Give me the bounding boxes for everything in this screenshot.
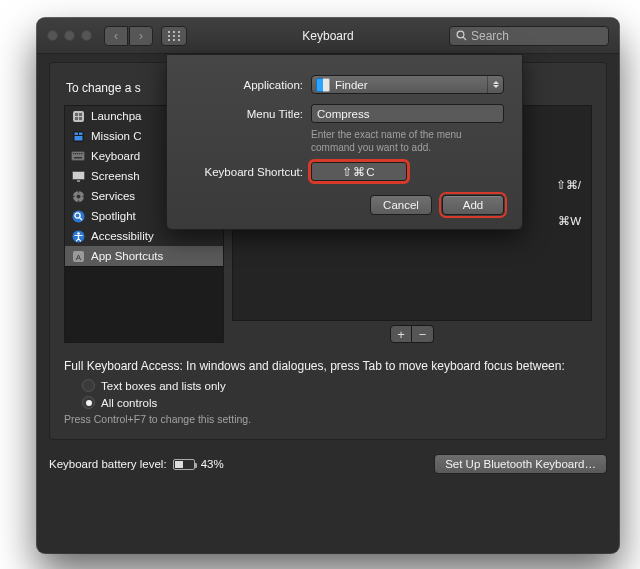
svg-rect-22 (75, 153, 76, 154)
svg-rect-25 (81, 153, 82, 154)
svg-rect-18 (79, 132, 83, 135)
svg-point-35 (72, 210, 84, 222)
accessibility-icon (71, 229, 85, 243)
search-placeholder: Search (471, 29, 509, 43)
svg-rect-0 (168, 31, 170, 33)
svg-point-30 (76, 194, 80, 198)
forward-button[interactable]: › (129, 26, 153, 46)
sidebar-item-label: Launchpa (91, 110, 142, 122)
svg-rect-6 (168, 39, 170, 41)
shortcut-row[interactable]: ⇧⌘/ (556, 178, 581, 192)
radio-all-controls[interactable]: All controls (82, 396, 592, 409)
grid-icon (168, 31, 180, 41)
svg-line-10 (463, 37, 466, 40)
sidebar-item-label: Services (91, 190, 135, 202)
radio-icon (82, 379, 95, 392)
popup-arrows-icon (487, 76, 503, 93)
svg-rect-23 (77, 153, 78, 154)
svg-rect-19 (74, 136, 82, 141)
full-keyboard-access-note: Press Control+F7 to change this setting. (64, 413, 592, 425)
preferences-window: ‹ › Keyboard Search To change a s (37, 18, 619, 553)
battery-percent: 43% (201, 458, 224, 470)
svg-rect-2 (178, 31, 180, 33)
svg-rect-3 (168, 35, 170, 37)
svg-rect-14 (75, 117, 78, 120)
svg-rect-28 (77, 180, 80, 182)
list-empty-area (65, 266, 223, 342)
keyboard-shortcut-label: Keyboard Shortcut: (185, 166, 303, 178)
spotlight-icon (71, 209, 85, 223)
finder-icon (316, 78, 330, 92)
remove-shortcut-button[interactable]: − (412, 325, 434, 343)
search-field[interactable]: Search (449, 26, 609, 46)
application-popup[interactable]: Finder (311, 75, 504, 94)
minimize-window-button[interactable] (64, 30, 75, 41)
show-all-button[interactable] (161, 26, 187, 46)
add-remove-segment: + − (232, 325, 592, 343)
sidebar-item-label: App Shortcuts (91, 250, 163, 262)
svg-rect-20 (72, 152, 85, 161)
application-value: Finder (335, 79, 368, 91)
radio-label: All controls (101, 397, 157, 409)
zoom-window-button[interactable] (81, 30, 92, 41)
radio-textboxes-only[interactable]: Text boxes and lists only (82, 379, 592, 392)
svg-point-39 (77, 232, 80, 235)
sidebar-item-label: Mission C (91, 130, 141, 142)
plus-icon: + (397, 327, 405, 342)
svg-rect-13 (79, 113, 82, 116)
sidebar-item-label: Keyboard (91, 150, 140, 162)
svg-rect-26 (74, 157, 82, 159)
chevron-right-icon: › (139, 29, 143, 43)
shortcut-row[interactable]: ⌘W (558, 214, 581, 228)
sidebar-item-app-shortcuts[interactable]: A App Shortcuts (65, 246, 223, 266)
radio-icon (82, 396, 95, 409)
svg-rect-8 (178, 39, 180, 41)
launchpad-icon (71, 109, 85, 123)
button-label: Add (463, 199, 483, 211)
svg-rect-15 (79, 117, 82, 120)
keyboard-shortcut-field[interactable]: ⇧⌘C (311, 162, 407, 181)
svg-rect-21 (73, 153, 74, 154)
sidebar-item-label: Accessibility (91, 230, 154, 242)
back-button[interactable]: ‹ (104, 26, 128, 46)
application-label: Application: (185, 79, 303, 91)
svg-rect-12 (75, 113, 78, 116)
mission-control-icon (71, 129, 85, 143)
battery-icon (173, 459, 195, 470)
svg-point-9 (457, 31, 464, 38)
titlebar: ‹ › Keyboard Search (37, 18, 619, 54)
svg-rect-17 (74, 132, 78, 135)
keyboard-battery: Keyboard battery level: 43% (49, 458, 224, 470)
menu-title-hint: Enter the exact name of the menu command… (311, 129, 504, 154)
shortcut-keys: ⌘W (558, 214, 581, 228)
footer: Keyboard battery level: 43% Set Up Bluet… (49, 454, 607, 474)
svg-rect-11 (73, 111, 84, 122)
button-label: Set Up Bluetooth Keyboard… (445, 458, 596, 470)
keyboard-icon (71, 149, 85, 163)
shortcut-keys: ⇧⌘/ (556, 178, 581, 192)
full-keyboard-access-options: Text boxes and lists only All controls (82, 379, 592, 409)
add-shortcut-button[interactable]: + (390, 325, 412, 343)
window-controls (47, 30, 92, 41)
screenshot-icon (71, 169, 85, 183)
full-keyboard-access-heading: Full Keyboard Access: In windows and dia… (64, 359, 592, 373)
minus-icon: − (419, 327, 427, 342)
svg-rect-1 (173, 31, 175, 33)
cancel-button[interactable]: Cancel (370, 195, 432, 215)
battery-label: Keyboard battery level: (49, 458, 167, 470)
svg-rect-27 (72, 171, 84, 179)
menu-title-label: Menu Title: (185, 108, 303, 120)
menu-title-field[interactable]: Compress (311, 104, 504, 123)
sidebar-item-label: Screensh (91, 170, 140, 182)
nav-buttons: ‹ › (104, 26, 153, 46)
setup-bluetooth-keyboard-button[interactable]: Set Up Bluetooth Keyboard… (434, 454, 607, 474)
sidebar-item-label: Spotlight (91, 210, 136, 222)
svg-rect-5 (178, 35, 180, 37)
svg-rect-24 (79, 153, 80, 154)
radio-label: Text boxes and lists only (101, 380, 226, 392)
close-window-button[interactable] (47, 30, 58, 41)
button-label: Cancel (383, 199, 419, 211)
chevron-left-icon: ‹ (114, 29, 118, 43)
full-keyboard-access: Full Keyboard Access: In windows and dia… (64, 359, 592, 425)
add-button[interactable]: Add (442, 195, 504, 215)
